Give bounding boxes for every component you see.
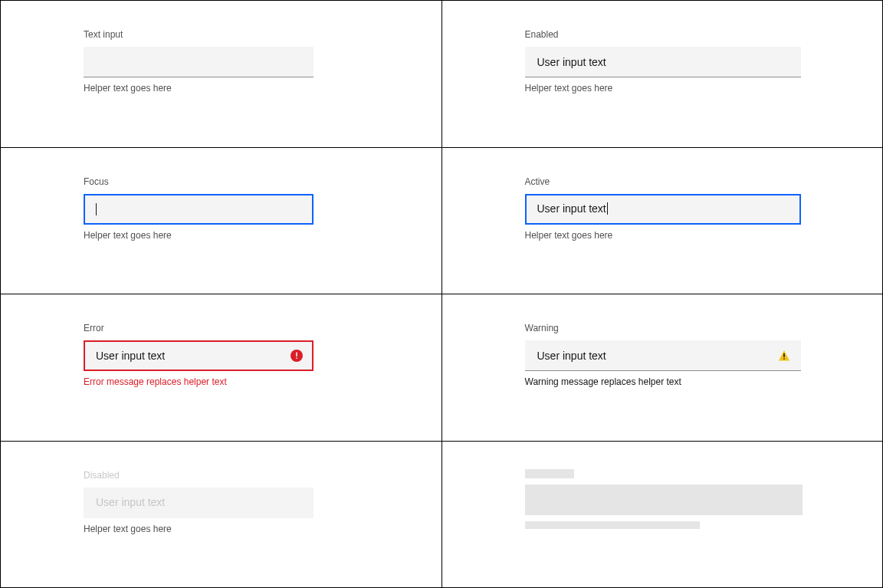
text-input-field[interactable]: User input text: [525, 194, 801, 225]
text-input-field[interactable]: [84, 194, 313, 225]
input-label: Text input: [84, 28, 442, 41]
input-label: Disabled: [84, 469, 442, 481]
input-label: Error: [84, 322, 442, 334]
text-cursor: [607, 202, 608, 215]
text-input[interactable]: [84, 194, 313, 225]
input-label: Warning: [525, 322, 883, 334]
state-disabled: Disabled Helper text goes here: [1, 442, 442, 588]
text-input: [84, 488, 313, 518]
helper-text: Helper text goes here: [525, 82, 883, 94]
error-message: Error message replaces helper text: [84, 376, 442, 388]
warning-message: Warning message replaces helper text: [525, 376, 883, 388]
text-input-field[interactable]: [525, 47, 801, 77]
state-warning: Warning Warning message replaces helper …: [442, 294, 883, 441]
input-label: Focus: [84, 176, 442, 188]
states-grid: Text input Helper text goes here Enabled…: [1, 1, 882, 587]
text-input-field[interactable]: [84, 47, 313, 77]
text-input[interactable]: [84, 340, 313, 371]
text-input-field[interactable]: [525, 340, 801, 371]
text-input[interactable]: [525, 47, 801, 77]
state-error: Error Error message replaces helper text: [1, 294, 442, 441]
helper-text: Helper text goes here: [84, 229, 442, 241]
state-focus: Focus Helper text goes here: [1, 148, 442, 294]
state-enabled: Enabled Helper text goes here: [442, 1, 883, 147]
text-input-field[interactable]: [84, 340, 313, 371]
input-label: Enabled: [525, 28, 883, 41]
skeleton-helper: [525, 521, 700, 529]
text-cursor: [96, 203, 97, 215]
text-input-field: [84, 488, 313, 518]
helper-text: Helper text goes here: [525, 229, 883, 241]
state-default: Text input Helper text goes here: [1, 1, 442, 147]
skeleton-label: [525, 469, 574, 478]
input-value-text: User input text: [537, 202, 606, 215]
helper-text: Helper text goes here: [84, 523, 442, 535]
text-input[interactable]: [84, 47, 313, 77]
input-label: Active: [525, 176, 883, 188]
skeleton-input: [525, 485, 803, 515]
state-active: Active User input text Helper text goes …: [442, 148, 883, 294]
state-skeleton: [442, 442, 883, 588]
text-input[interactable]: [525, 340, 801, 371]
helper-text: Helper text goes here: [84, 82, 442, 94]
text-input-states-spec: Text input Helper text goes here Enabled…: [0, 0, 883, 588]
text-input[interactable]: User input text: [525, 194, 801, 225]
